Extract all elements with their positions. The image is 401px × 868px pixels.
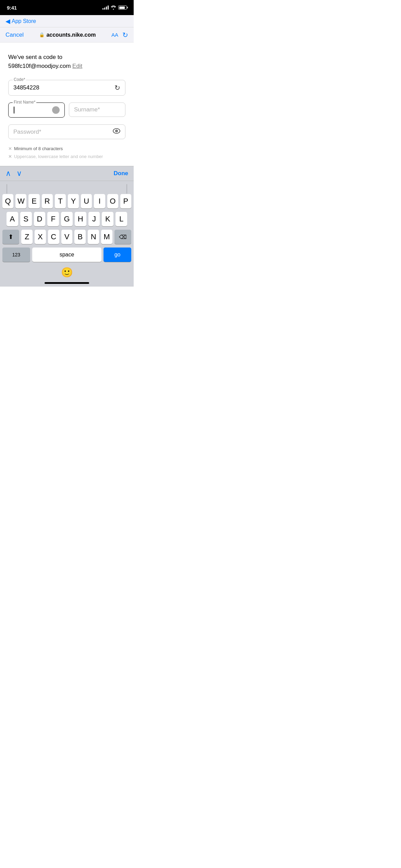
emoji-row: 🙂 (1, 264, 133, 279)
key-f[interactable]: F (47, 212, 59, 226)
back-chevron-icon: ◀ (5, 17, 10, 25)
key-v[interactable]: V (61, 230, 73, 244)
first-name-value (13, 107, 52, 114)
sent-code-message: We've sent a code to 598fc10f@moodjoy.co… (8, 53, 125, 70)
delete-key[interactable]: ⌫ (114, 230, 131, 244)
hint-min-chars-text: Minimum of 8 characters (14, 146, 63, 151)
done-button[interactable]: Done (114, 170, 129, 177)
surname-group: Surname* (69, 103, 125, 118)
key-e[interactable]: E (28, 194, 39, 208)
hint-min-chars: ✕ Minimum of 8 characters (8, 146, 125, 151)
input-toolbar: ∧ ∨ Done (0, 166, 134, 181)
aa-button[interactable]: AA (111, 32, 118, 38)
space-key[interactable]: space (32, 248, 101, 262)
key-r[interactable]: R (42, 194, 53, 208)
key-z[interactable]: Z (21, 230, 33, 244)
first-name-label: First Name* (13, 100, 36, 105)
battery-icon (118, 5, 127, 10)
numbers-key[interactable]: 123 (2, 248, 30, 262)
toolbar-up-button[interactable]: ∧ (5, 170, 11, 177)
keyboard: Q W E R T Y U I O P A S D F G H J K L ⬆ … (0, 181, 134, 287)
code-label: Code* (13, 77, 26, 82)
hint-case-text: Uppercase, lowercase letter and one numb… (14, 154, 103, 159)
surname-placeholder: Surname* (74, 106, 100, 113)
refresh-icon[interactable]: ↻ (114, 84, 120, 92)
cancel-button[interactable]: Cancel (5, 32, 24, 38)
status-icons (102, 5, 127, 10)
key-u[interactable]: U (81, 194, 92, 208)
signal-bars-icon (102, 5, 109, 10)
key-q[interactable]: Q (2, 194, 13, 208)
toolbar-down-button[interactable]: ∨ (16, 170, 22, 177)
hint-case-number: ✕ Uppercase, lowercase letter and one nu… (8, 154, 125, 159)
status-time: 9:41 (7, 5, 17, 11)
browser-nav-bar: Cancel 🔒 accounts.nike.com AA ↻ (0, 27, 134, 43)
app-store-back[interactable]: ◀ App Store (5, 17, 36, 25)
svg-point-2 (116, 131, 117, 132)
key-a[interactable]: A (7, 212, 18, 226)
key-w[interactable]: W (15, 194, 26, 208)
key-p[interactable]: P (120, 194, 131, 208)
key-x[interactable]: X (35, 230, 46, 244)
mic-handle-area (1, 184, 133, 194)
nav-actions: AA ↻ (111, 31, 128, 39)
email-address: 598fc10f@moodjoy.com (8, 63, 71, 69)
url-bar[interactable]: 🔒 accounts.nike.com (39, 32, 96, 38)
wifi-icon (111, 5, 116, 10)
key-h[interactable]: H (75, 212, 86, 226)
shift-key[interactable]: ⬆ (2, 230, 19, 244)
code-field-wrapper[interactable]: Code* 34854228 ↻ (8, 80, 125, 96)
autocomplete-dot (52, 106, 60, 114)
keyboard-row-1: Q W E R T Y U I O P (1, 194, 133, 208)
keyboard-row-3: ⬆ Z X C V B N M ⌫ (1, 230, 133, 244)
code-value: 34854228 (13, 84, 114, 91)
home-bar (45, 282, 89, 284)
eye-icon[interactable] (113, 128, 120, 135)
key-g[interactable]: G (61, 212, 73, 226)
reload-button[interactable]: ↻ (122, 31, 128, 39)
password-placeholder: Password* (13, 129, 41, 135)
key-t[interactable]: T (55, 194, 66, 208)
url-text: accounts.nike.com (46, 32, 96, 38)
sent-code-text: We've sent a code to (8, 54, 62, 60)
key-k[interactable]: K (102, 212, 113, 226)
key-m[interactable]: M (101, 230, 112, 244)
home-indicator (1, 279, 133, 285)
status-bar: 9:41 (0, 0, 134, 15)
edit-link[interactable]: Edit (72, 63, 82, 69)
password-field-group: Password* (8, 124, 125, 139)
key-s[interactable]: S (20, 212, 32, 226)
key-j[interactable]: J (88, 212, 100, 226)
hint-x-icon: ✕ (8, 146, 12, 151)
right-handle (126, 184, 127, 194)
web-content: We've sent a code to 598fc10f@moodjoy.co… (0, 43, 134, 166)
key-y[interactable]: Y (68, 194, 79, 208)
go-key[interactable]: go (104, 248, 131, 262)
surname-field[interactable]: Surname* (69, 103, 125, 117)
code-field-group: Code* 34854228 ↻ (8, 80, 125, 96)
left-handle (7, 184, 7, 194)
lock-icon: 🔒 (39, 32, 45, 37)
key-l[interactable]: L (116, 212, 127, 226)
text-cursor (14, 107, 14, 113)
keyboard-row-4: 123 space go (1, 248, 133, 262)
toolbar-nav: ∧ ∨ (5, 170, 22, 177)
name-fields-row: First Name* Surname* (8, 103, 125, 118)
key-n[interactable]: N (88, 230, 99, 244)
key-c[interactable]: C (48, 230, 59, 244)
key-d[interactable]: D (34, 212, 46, 226)
first-name-field[interactable]: First Name* (8, 103, 65, 118)
emoji-key[interactable]: 🙂 (61, 267, 73, 278)
hint-x2-icon: ✕ (8, 154, 12, 159)
key-o[interactable]: O (107, 194, 118, 208)
app-store-label: App Store (12, 18, 36, 24)
first-name-group: First Name* (8, 103, 65, 118)
keyboard-row-2: A S D F G H J K L (1, 212, 133, 226)
key-b[interactable]: B (74, 230, 86, 244)
key-i[interactable]: I (94, 194, 105, 208)
password-field[interactable]: Password* (8, 124, 125, 139)
